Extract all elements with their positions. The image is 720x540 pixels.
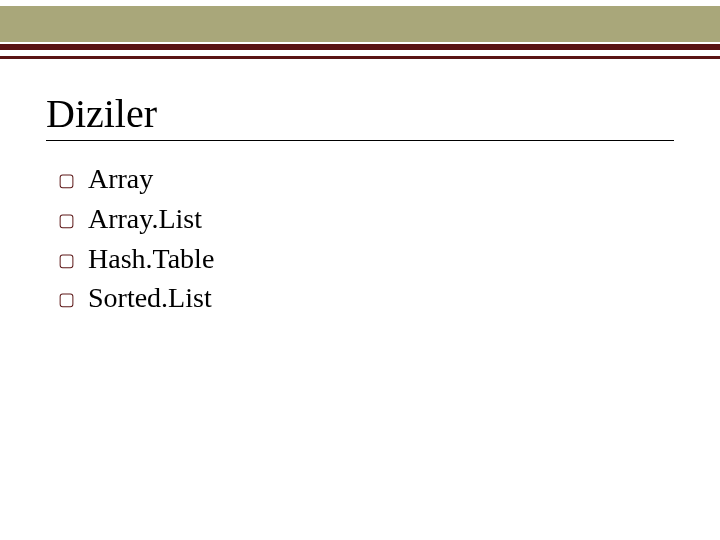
decorative-band: [0, 6, 720, 42]
slide-title: Diziler: [46, 92, 674, 136]
square-bullet-icon: ▢: [58, 287, 88, 311]
list-item: ▢ Array: [58, 160, 674, 198]
bullet-list: ▢ Array ▢ Array.List ▢ Hash.Table ▢ Sort…: [58, 160, 674, 319]
list-item-label: Array: [88, 160, 674, 198]
square-bullet-icon: ▢: [58, 208, 88, 232]
list-item-label: Array.List: [88, 200, 674, 238]
list-item-label: Hash.Table: [88, 240, 674, 278]
title-underline: [46, 140, 674, 141]
list-item: ▢ Hash.Table: [58, 240, 674, 278]
square-bullet-icon: ▢: [58, 168, 88, 192]
list-item: ▢ Array.List: [58, 200, 674, 238]
decorative-rule-thin: [0, 56, 720, 59]
title-area: Diziler: [46, 92, 674, 141]
list-item-label: Sorted.List: [88, 279, 674, 317]
slide: Diziler ▢ Array ▢ Array.List ▢ Hash.Tabl…: [0, 0, 720, 540]
square-bullet-icon: ▢: [58, 248, 88, 272]
list-item: ▢ Sorted.List: [58, 279, 674, 317]
decorative-rule-thick: [0, 44, 720, 50]
